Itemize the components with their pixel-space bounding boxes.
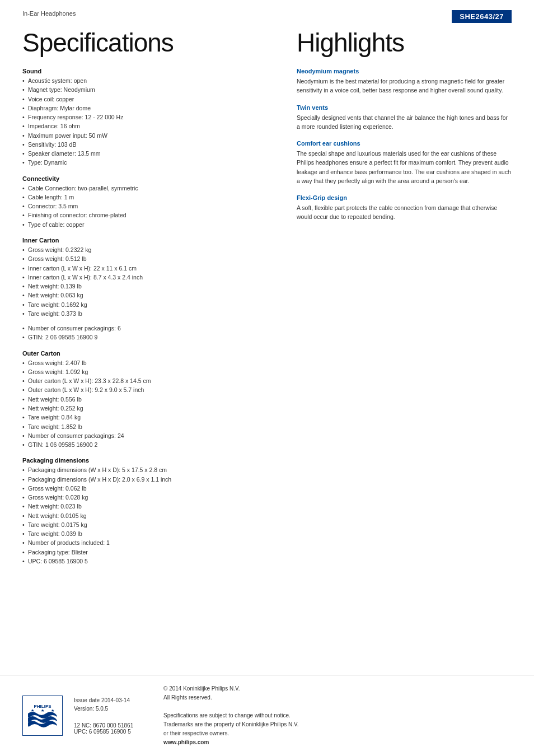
list-item: Impedance: 16 ohm [22,122,280,130]
list-item: Nett weight: 0.139 lb [22,282,280,291]
section-sound-list: Acoustic system: open Magnet type: Neody… [22,76,280,167]
list-item: Packaging type: Blister [22,548,280,557]
website: www.philips.com [163,738,299,747]
svg-text:★: ★ [41,708,44,712]
list-item: Cable length: 1 m [22,193,280,202]
list-item: Gross weight: 0.062 lb [22,484,280,493]
highlight-comfort: Comfort ear cushions The special shape a… [297,140,512,185]
highlight-twin-vents-text: Specially designed vents that channel th… [297,113,512,132]
highlight-flexi-grip: Flexi-Grip design A soft, flexible part … [297,194,512,222]
highlight-twin-vents: Twin vents Specially designed vents that… [297,104,512,132]
list-item: Type of cable: copper [22,220,280,229]
left-column: Specifications Sound Acoustic system: op… [22,23,280,566]
legal-text: Specifications are subject to change wit… [163,711,299,738]
nc-upc: 12 NC: 8670 000 51861 UPC: 6 09585 16900… [74,722,152,735]
list-item: Nett weight: 0.063 kg [22,291,280,300]
list-item: GTIN: 2 06 09585 16900 9 [22,333,280,342]
list-item: Tare weight: 0.84 kg [22,413,280,422]
list-item: Outer carton (L x W x H): 9.2 x 9.0 x 5.… [22,385,280,394]
svg-text:★: ★ [31,708,34,712]
list-item: Tare weight: 1.852 lb [22,422,280,431]
list-item: GTIN: 1 06 09585 16900 2 [22,440,280,449]
list-item: Connector: 3.5 mm [22,202,280,211]
header: In-Ear Headphones SHE2643/27 [0,0,534,23]
highlight-neodymium: Neodymium magnets Neodymium is the best … [297,68,512,95]
list-item: Inner carton (L x W x H): 22 x 11 x 6.1 … [22,264,280,273]
footer-meta: Issue date 2014-03-14 Version: 5.0.5 12 … [74,697,152,735]
list-item: Gross weight: 2.407 lb [22,358,280,367]
list-item: Inner carton (L x W x H): 8.7 x 4.3 x 2.… [22,273,280,282]
highlight-twin-vents-title: Twin vents [297,104,512,111]
section-packaging-title: Packaging dimensions [22,457,280,464]
section-sound-title: Sound [22,68,280,74]
list-item: Gross weight: 1.092 kg [22,367,280,376]
highlight-neodymium-title: Neodymium magnets [297,68,512,74]
middle-items-list: Number of consumer packagings: 6 GTIN: 2… [22,324,280,342]
version: Version: 5.0.5 [74,706,152,712]
highlight-comfort-title: Comfort ear cushions [297,140,512,147]
highlight-flexi-grip-title: Flexi-Grip design [297,194,512,201]
list-item: Number of consumer packagings: 6 [22,324,280,333]
issue-date: Issue date 2014-03-14 [74,697,152,703]
list-item: Nett weight: 0.023 lb [22,502,280,511]
list-item: Nett weight: 0.252 kg [22,404,280,413]
list-item: Type: Dynamic [22,158,280,167]
philips-logo: PHILIPS ★ ★ ★ [22,696,63,736]
list-item: Gross weight: 0.028 kg [22,493,280,502]
list-item: Outer carton (L x W x H): 23.3 x 22.8 x … [22,376,280,385]
list-item: Gross weight: 0.2322 kg [22,245,280,254]
list-item: Diaphragm: Mylar dome [22,104,280,113]
list-item: Maximum power input: 50 mW [22,131,280,140]
section-connectivity-title: Connectivity [22,175,280,182]
list-item: Packaging dimensions (W x H x D): 2.0 x … [22,475,280,484]
page: In-Ear Headphones SHE2643/27 Specificati… [0,0,534,756]
list-item: Number of products included: 1 [22,538,280,547]
section-packaging-list: Packaging dimensions (W x H x D): 5 x 17… [22,465,280,566]
list-item: Magnet type: Neodymium [22,85,280,94]
main-content: Specifications Sound Acoustic system: op… [0,23,534,566]
highlight-flexi-grip-text: A soft, flexible part protects the cable… [297,203,512,222]
section-outer-carton-title: Outer Carton [22,350,280,357]
list-item: Voice coil: copper [22,95,280,104]
list-item: Tare weight: 0.039 lb [22,529,280,538]
list-item: Tare weight: 0.373 lb [22,309,280,318]
list-item: Packaging dimensions (W x H x D): 5 x 17… [22,465,280,474]
list-item: Nett weight: 0.0105 kg [22,511,280,520]
highlight-comfort-text: The special shape and luxurious material… [297,149,512,185]
list-item: Tare weight: 0.0175 kg [22,520,280,529]
list-item: UPC: 6 09585 16900 5 [22,557,280,566]
highlight-neodymium-text: Neodymium is the best material for produ… [297,77,512,95]
list-item: Cable Connection: two-parallel, symmetri… [22,184,280,193]
list-item: Frequency response: 12 - 22 000 Hz [22,113,280,122]
list-item: Nett weight: 0.556 lb [22,395,280,404]
model-badge: SHE2643/27 [452,10,512,23]
right-column: Highlights Neodymium magnets Neodymium i… [297,23,512,566]
highlights-title: Highlights [297,27,512,58]
list-item: Tare weight: 0.1692 kg [22,300,280,309]
footer-legal: © 2014 Koninklijke Philips N.V. All Righ… [163,684,299,747]
list-item: Speaker diameter: 13.5 mm [22,149,280,158]
list-item: Gross weight: 0.512 lb [22,254,280,263]
list-item: Finishing of connector: chrome-plated [22,211,280,220]
section-outer-carton-list: Gross weight: 2.407 lb Gross weight: 1.0… [22,358,280,450]
list-item: Acoustic system: open [22,76,280,85]
section-connectivity-list: Cable Connection: two-parallel, symmetri… [22,184,280,229]
list-item: Sensitivity: 103 dB [22,140,280,149]
section-inner-carton-list: Gross weight: 0.2322 kg Gross weight: 0.… [22,245,280,318]
section-inner-carton-title: Inner Carton [22,237,280,244]
footer: PHILIPS ★ ★ ★ Issue date 2014-03-14 Vers… [0,675,534,756]
page-title: Specifications [22,27,280,58]
copyright: © 2014 Koninklijke Philips N.V. All Righ… [163,684,299,702]
product-type: In-Ear Headphones [22,10,76,17]
svg-text:★: ★ [51,708,54,712]
list-item: Number of consumer packagings: 24 [22,431,280,440]
